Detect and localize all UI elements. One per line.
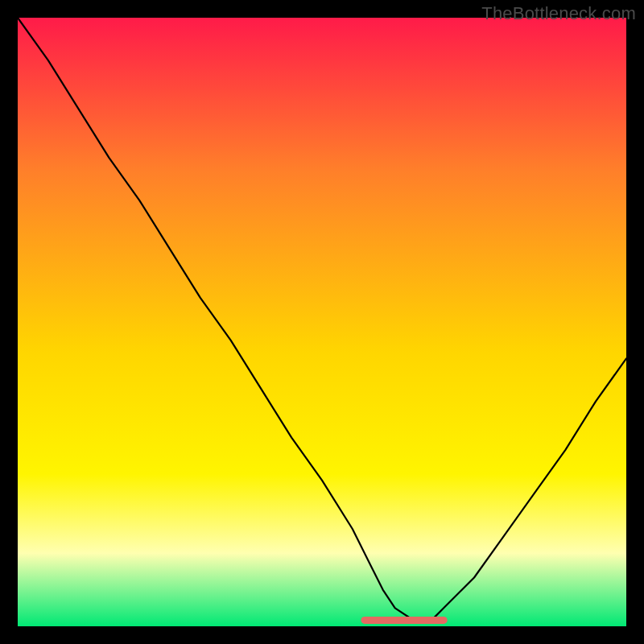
bottleneck-plot (18, 18, 626, 626)
chart-frame: TheBottleneck.com (0, 0, 644, 644)
watermark-text: TheBottleneck.com (481, 3, 636, 24)
plot-background (18, 18, 626, 626)
